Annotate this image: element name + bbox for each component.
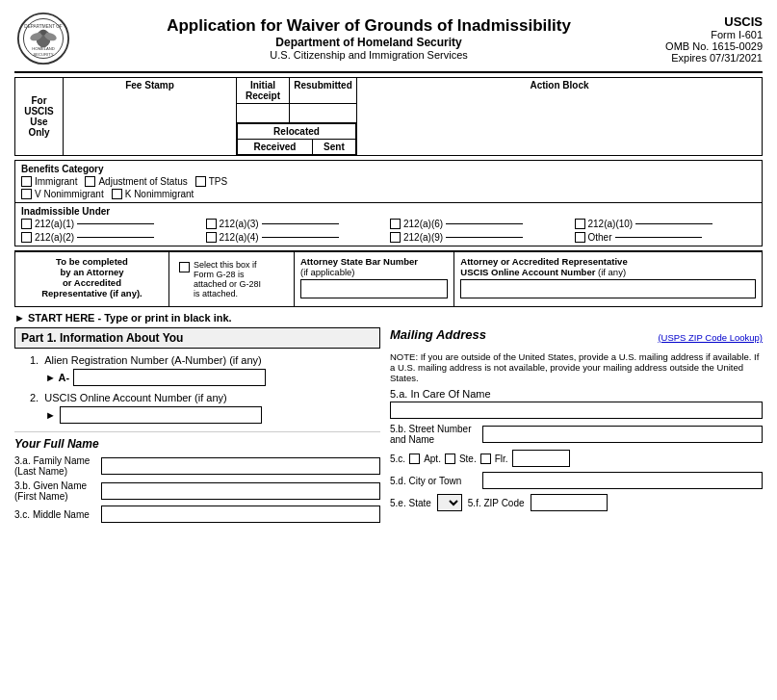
g28-checkbox[interactable] — [179, 262, 190, 272]
212a2-label: 212(a)(2) — [35, 232, 74, 243]
field1-number-label: 1. Alien Registration Number (A-Number) … — [30, 354, 380, 366]
212a6-field[interactable] — [446, 223, 523, 224]
v-nonimmigrant-checkbox[interactable] — [21, 189, 32, 199]
given-name-input[interactable] — [101, 482, 380, 500]
field1-label: Alien Registration Number (A-Number) (if… — [44, 354, 262, 366]
inadmissible-212a1: 212(a)(1) — [21, 219, 203, 229]
other-field[interactable] — [615, 237, 702, 238]
initial-receipt-label: InitialReceipt — [237, 78, 290, 104]
field1-container: 1. Alien Registration Number (A-Number) … — [14, 354, 380, 386]
field5e-label: 5.e. State — [390, 498, 431, 508]
street-number-input[interactable] — [482, 426, 763, 443]
adjustment-checkbox[interactable] — [85, 176, 95, 187]
mailing-address-header: Mailing Address — [390, 327, 486, 342]
ste-checkbox[interactable] — [445, 454, 455, 464]
212a6-label: 212(a)(6) — [403, 219, 443, 229]
212a1-checkbox[interactable] — [21, 219, 32, 229]
zip-code-input[interactable] — [531, 494, 608, 511]
attorney-col1-label: To be completedby an Attorneyor Accredit… — [21, 256, 163, 298]
field5a-container: 5.a. In Care Of Name — [390, 388, 763, 419]
part1-header: Part 1. Information About You — [14, 327, 380, 349]
apt-ste-flr-input[interactable] — [512, 450, 570, 467]
212a2-field[interactable] — [77, 237, 154, 238]
other-label: Other — [588, 232, 612, 243]
account-row: ► — [30, 406, 380, 424]
attorney-account-number-input[interactable] — [460, 279, 756, 298]
apt-checkbox[interactable] — [409, 454, 420, 464]
header-sub2: U.S. Citizenship and Immigration Service… — [72, 49, 665, 61]
family-name-input[interactable] — [101, 457, 380, 475]
field3b-row: 3.b. Given Name(First Name) — [14, 480, 380, 502]
212a10-field[interactable] — [635, 223, 712, 224]
relocated-container: Relocated Received Sent — [237, 123, 357, 156]
field5ef-container: 5.e. State 5.f. ZIP Code — [390, 494, 763, 511]
212a4-checkbox[interactable] — [206, 232, 217, 243]
expires-date: Expires 07/31/2021 — [665, 52, 763, 64]
cb-k-nonimmigrant: K Nonimmigrant — [112, 189, 194, 199]
immigrant-checkbox[interactable] — [21, 176, 32, 187]
field5b-label: 5.b. Street Numberand Name — [390, 424, 477, 445]
tps-label: TPS — [209, 176, 227, 187]
k-nonimmigrant-checkbox[interactable] — [112, 189, 122, 199]
usps-link[interactable]: (USPS ZIP Code Lookup) — [658, 332, 763, 343]
a-number-row: ► A- — [30, 369, 380, 386]
212a10-label: 212(a)(10) — [588, 219, 634, 229]
your-full-name-header: Your Full Name — [14, 431, 380, 451]
inadmissible-212a4: 212(a)(4) — [206, 232, 388, 243]
mailing-note: NOTE: If you are outside of the United S… — [390, 351, 763, 383]
atty-account-label: Attorney or Accredited RepresentativeUSC… — [460, 256, 756, 277]
uscis-logo: DEPARTMENT OF HOMELAND SECURITY — [14, 10, 72, 67]
212a9-checkbox[interactable] — [390, 232, 401, 243]
resubmitted-field — [290, 104, 357, 123]
field2-label: USCIS Online Account Number (if any) — [44, 392, 227, 403]
benefits-section: Benefits Category Immigrant Adjustment o… — [15, 161, 762, 202]
212a1-field[interactable] — [77, 223, 154, 224]
page-container: DEPARTMENT OF HOMELAND SECURITY Applicat… — [0, 0, 777, 536]
action-block-label: Action Block — [357, 78, 763, 156]
right-column: Mailing Address (USPS ZIP Code Lookup) N… — [390, 327, 763, 527]
flr-checkbox[interactable] — [480, 454, 491, 464]
212a4-label: 212(a)(4) — [220, 232, 259, 243]
other-checkbox[interactable] — [575, 232, 585, 243]
inadmissible-212a6: 212(a)(6) — [390, 219, 572, 229]
212a10-checkbox[interactable] — [575, 219, 585, 229]
benefits-checkboxes: Immigrant Adjustment of Status TPS — [21, 176, 756, 187]
a-number-input[interactable] — [73, 369, 266, 386]
field2-number-label: 2. USCIS Online Account Number (if any) — [30, 392, 380, 403]
account-number-input[interactable] — [60, 406, 262, 424]
212a3-field[interactable] — [262, 223, 339, 224]
attorney-section: To be completedby an Attorneyor Accredit… — [14, 250, 763, 307]
immigrant-label: Immigrant — [35, 176, 77, 187]
212a9-field[interactable] — [446, 237, 523, 238]
atty-bar-label: Attorney State Bar Number(if applicable) — [300, 256, 448, 277]
212a3-checkbox[interactable] — [206, 219, 217, 229]
212a4-field[interactable] — [262, 237, 339, 238]
inadmissible-label: Inadmissible Under — [21, 206, 756, 217]
field5a-name: In Care Of Name — [410, 388, 490, 400]
a-prefix: ► A- — [45, 372, 69, 383]
main-two-col: Part 1. Information About You 1. Alien R… — [14, 327, 763, 527]
inadmissible-212a9: 212(a)(9) — [390, 232, 572, 243]
ste-label: Ste. — [459, 454, 477, 464]
city-town-input[interactable] — [482, 472, 763, 489]
tps-checkbox[interactable] — [195, 176, 206, 187]
apt-label: Apt. — [424, 454, 441, 464]
middle-name-input[interactable] — [101, 506, 380, 523]
in-care-of-input[interactable] — [390, 402, 763, 419]
field1-num: 1. — [30, 354, 39, 366]
field3c-label: 3.c. Middle Name — [14, 509, 101, 520]
attorney-bar-number-input[interactable] — [300, 279, 448, 298]
212a2-checkbox[interactable] — [21, 232, 32, 243]
state-select[interactable] — [437, 494, 462, 511]
inadmissible-section: Inadmissible Under 212(a)(1) 212(a)(3) 2… — [15, 202, 762, 246]
received-label: Received — [238, 140, 313, 155]
for-uscis-label: ForUSCISUseOnly — [15, 78, 64, 156]
212a6-checkbox[interactable] — [390, 219, 401, 229]
v-nonimmigrant-label: V Nonimmigrant — [35, 189, 104, 199]
svg-text:DEPARTMENT OF: DEPARTMENT OF — [24, 24, 62, 29]
svg-text:SECURITY: SECURITY — [33, 52, 53, 57]
benefits-category-label: Benefits Category — [21, 164, 756, 174]
state-zip-row: 5.e. State 5.f. ZIP Code — [390, 494, 763, 511]
field5b-container: 5.b. Street Numberand Name — [390, 424, 763, 445]
attorney-col3: Attorney State Bar Number(if applicable) — [295, 252, 454, 306]
